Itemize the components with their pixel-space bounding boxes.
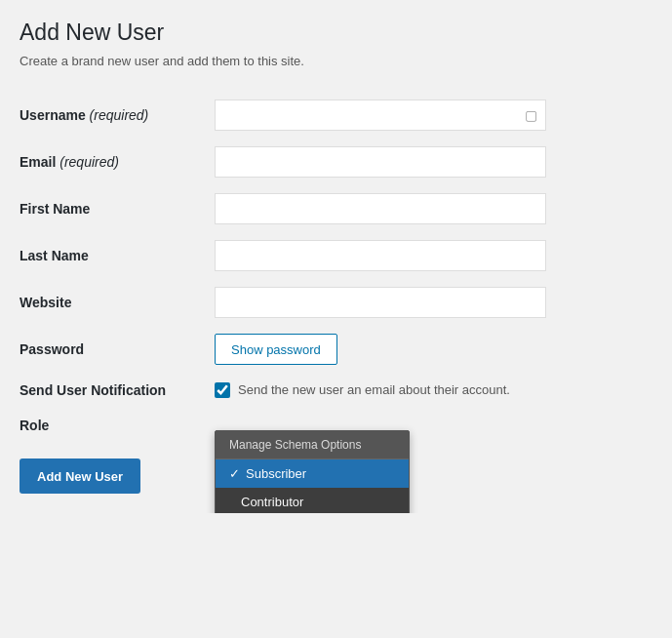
firstname-row: First Name [20, 185, 652, 232]
username-label: Username (required) [20, 92, 215, 139]
email-row: Email (required) [20, 139, 652, 185]
dropdown-manage-option[interactable]: Manage Schema Options [216, 431, 409, 459]
user-form: Username (required) ▢ Email (required) [20, 92, 652, 443]
add-new-user-button[interactable]: Add New User [20, 459, 140, 494]
username-row: Username (required) ▢ [20, 92, 652, 139]
show-password-button[interactable]: Show password [215, 334, 337, 365]
website-input[interactable] [215, 287, 546, 318]
page-title: Add New User [20, 20, 652, 46]
lastname-label: Last Name [20, 232, 215, 279]
username-input[interactable] [215, 100, 546, 131]
lastname-row: Last Name [20, 232, 652, 279]
firstname-input[interactable] [215, 193, 546, 224]
email-label: Email (required) [20, 139, 215, 185]
role-dropdown[interactable]: Manage Schema Options Subscriber Contrib… [215, 430, 410, 513]
role-row: Role Manage Schema Options Subscriber Co… [20, 408, 652, 443]
dropdown-option-contributor[interactable]: Contributor [216, 488, 409, 513]
website-label: Website [20, 279, 215, 326]
dropdown-option-subscriber[interactable]: Subscriber [216, 459, 409, 488]
username-hint-icon: ▢ [523, 107, 538, 123]
firstname-label: First Name [20, 185, 215, 232]
notification-wrapper: Send the new user an email about their a… [215, 380, 652, 400]
notification-label: Send User Notification [20, 373, 215, 408]
page-container: Add New User Create a brand new user and… [20, 20, 652, 494]
notification-description: Send the new user an email about their a… [238, 380, 510, 400]
password-row: Password Show password [20, 326, 652, 373]
page-subtitle: Create a brand new user and add them to … [20, 54, 652, 68]
notification-row: Send User Notification Send the new user… [20, 373, 652, 408]
password-label: Password [20, 326, 215, 373]
lastname-input[interactable] [215, 240, 546, 271]
username-input-wrapper: ▢ [215, 100, 546, 131]
role-label: Role [20, 408, 215, 443]
email-input[interactable] [215, 146, 546, 178]
notification-checkbox[interactable] [215, 382, 230, 398]
website-row: Website [20, 279, 652, 326]
